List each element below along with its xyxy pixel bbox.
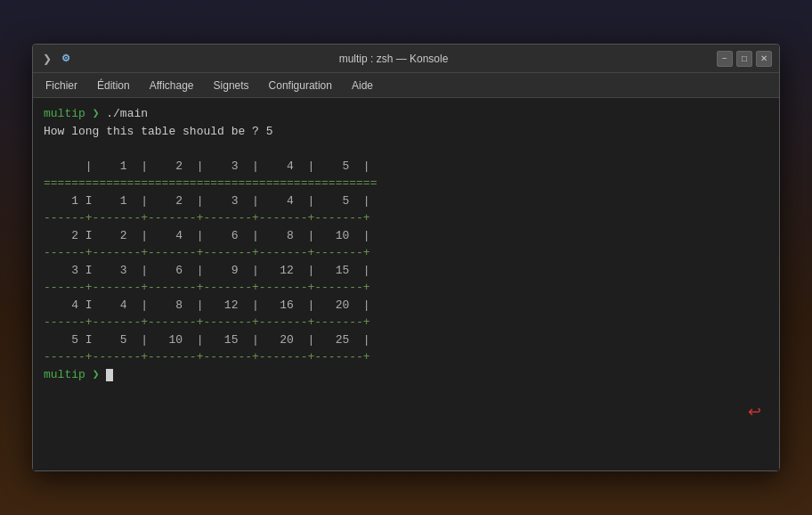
zsh-icon: ⚙	[61, 53, 70, 64]
table-header: | 1 | 2 | 3 | 4 | 5 |	[44, 159, 370, 173]
table-dash-1: ------+-------+-------+-------+-------+-…	[44, 211, 370, 225]
table-dash-4: ------+-------+-------+-------+-------+-…	[44, 315, 370, 329]
close-button[interactable]: ✕	[756, 51, 772, 67]
window-title: multip : zsh — Konsole	[77, 53, 710, 65]
table-dash-3: ------+-------+-------+-------+-------+-…	[44, 281, 370, 294]
terminal-content[interactable]: multip ❯ ./main How long this table shou…	[33, 98, 779, 470]
minimize-button[interactable]: −	[717, 51, 733, 67]
terminal-window: ❯ ⚙ multip : zsh — Konsole − □ ✕ Fichier…	[32, 44, 780, 471]
cursor	[106, 369, 113, 381]
menu-aide[interactable]: Aide	[343, 76, 382, 95]
menu-affichage[interactable]: Affichage	[141, 76, 203, 95]
prompt-1: multip	[44, 107, 85, 120]
menu-signets[interactable]: Signets	[205, 76, 258, 95]
table-separator-top: ========================================…	[44, 176, 377, 190]
window-controls: − □ ✕	[717, 51, 772, 67]
menu-edition[interactable]: Édition	[88, 76, 139, 95]
scroll-arrow-icon: ↩	[748, 402, 761, 421]
terminal-icon: ❯	[40, 52, 54, 66]
table-row-1: 1 I 1 | 2 | 3 | 4 | 5 |	[44, 194, 370, 208]
table-row-4: 4 I 4 | 8 | 12 | 16 | 20 |	[44, 298, 370, 312]
table-row-5: 5 I 5 | 10 | 15 | 20 | 25 |	[44, 333, 370, 347]
menu-configuration[interactable]: Configuration	[260, 76, 341, 95]
table-dash-5: ------+-------+-------+-------+-------+-…	[44, 350, 370, 364]
table-row-2: 2 I 2 | 4 | 6 | 8 | 10 |	[44, 229, 370, 242]
table-row-3: 3 I 3 | 6 | 9 | 12 | 15 |	[44, 264, 370, 277]
maximize-button[interactable]: □	[736, 51, 752, 67]
prompt-2: multip	[44, 368, 85, 381]
table-dash-2: ------+-------+-------+-------+-------+-…	[44, 246, 370, 259]
terminal-output: multip ❯ ./main How long this table shou…	[44, 105, 768, 383]
command-text: ./main	[106, 107, 148, 120]
titlebar: ❯ ⚙ multip : zsh — Konsole − □ ✕	[33, 45, 779, 73]
menu-fichier[interactable]: Fichier	[37, 76, 86, 95]
output-question: How long this table should be ? 5	[44, 125, 272, 138]
menubar: Fichier Édition Affichage Signets Config…	[33, 73, 779, 98]
